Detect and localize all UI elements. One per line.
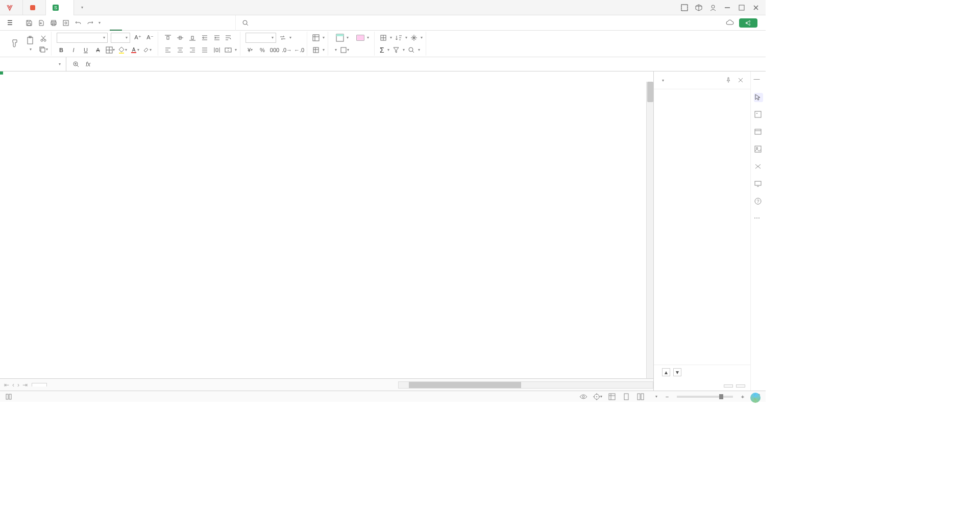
tab-tools[interactable] (195, 15, 208, 31)
cut-icon[interactable] (39, 34, 48, 43)
indent-icon[interactable] (212, 33, 222, 42)
merge-cells-button[interactable]: ▾ (225, 46, 237, 54)
maximize-button[interactable] (738, 4, 745, 11)
align-justify-icon[interactable] (200, 45, 209, 55)
increase-font-icon[interactable]: A⁺ (133, 33, 142, 42)
scrollbar-thumb[interactable] (647, 82, 653, 102)
undo-icon[interactable] (74, 19, 82, 27)
format-painter-button[interactable] (8, 39, 22, 49)
align-bottom-icon[interactable] (188, 33, 197, 42)
currency-icon[interactable]: ¥▾ (246, 45, 255, 55)
pin-icon[interactable] (724, 76, 733, 85)
cube-icon[interactable] (695, 4, 702, 11)
name-box[interactable]: ▾ (0, 57, 66, 71)
number-format-select[interactable]: ▾ (246, 33, 276, 43)
filter-button[interactable]: ▾ (393, 46, 405, 54)
print-preview-icon[interactable] (62, 19, 70, 27)
show-all-button[interactable] (724, 384, 733, 388)
window-panel-icon[interactable] (681, 4, 688, 11)
align-top-icon[interactable] (163, 33, 173, 42)
next-sheet-icon[interactable]: › (17, 381, 19, 389)
wrap-text-button[interactable] (225, 34, 233, 41)
horizontal-scrollbar[interactable] (398, 381, 653, 389)
tab-wps-office[interactable] (0, 0, 23, 15)
save-icon[interactable] (25, 19, 33, 27)
row-col-button[interactable]: ▾ (312, 34, 325, 41)
table-style-button[interactable]: ▾ (333, 33, 351, 42)
tab-templates[interactable] (23, 0, 46, 15)
print-icon[interactable] (50, 19, 58, 27)
eye-icon[interactable] (579, 392, 588, 401)
tab-start[interactable] (110, 15, 122, 31)
comma-icon[interactable]: 000 (270, 45, 279, 55)
cond-format-button[interactable]: ▾ (333, 47, 337, 52)
sheet-tab-sheet1[interactable] (32, 383, 47, 387)
align-center-icon[interactable] (176, 45, 185, 55)
file-menu[interactable]: ☰ (4, 19, 19, 27)
align-right-icon[interactable] (188, 45, 197, 55)
close-button[interactable] (752, 4, 760, 11)
decrease-font-icon[interactable]: A⁻ (145, 33, 155, 42)
cloud-icon[interactable] (726, 19, 734, 27)
vertical-scrollbar[interactable] (646, 82, 653, 378)
properties-icon[interactable] (754, 110, 763, 119)
border-icon[interactable]: ▾ (106, 45, 115, 55)
status-mode-icon[interactable] (4, 392, 13, 401)
zoom-out-icon[interactable]: − (663, 392, 672, 401)
export-icon[interactable] (37, 19, 45, 27)
format-as-table-icon[interactable]: ▾ (340, 45, 349, 55)
align-left-icon[interactable] (163, 45, 173, 55)
font-family-select[interactable]: ▾ (57, 33, 108, 43)
view-page-icon[interactable] (622, 392, 631, 401)
find-button[interactable]: ▾ (408, 46, 420, 54)
first-sheet-icon[interactable]: ⇤ (4, 381, 9, 389)
formula-input[interactable] (95, 60, 761, 68)
help-icon[interactable]: ? (754, 197, 763, 206)
share-button[interactable] (739, 18, 757, 28)
hide-all-button[interactable] (736, 384, 745, 388)
tab-member[interactable] (208, 15, 220, 31)
decrease-decimal-icon[interactable]: ←.0 (295, 45, 304, 55)
settings-icon[interactable] (754, 162, 763, 172)
fill-handle[interactable] (0, 71, 3, 75)
screen-icon[interactable] (754, 180, 763, 189)
fx-icon[interactable]: fx (86, 61, 90, 68)
collapse-panel-icon[interactable]: — (754, 76, 763, 85)
copy-icon[interactable]: ▾ (39, 45, 48, 54)
tab-data[interactable] (159, 15, 171, 31)
percent-icon[interactable]: % (258, 45, 267, 55)
bring-forward-icon[interactable]: ▴ (662, 368, 670, 376)
convert-button[interactable]: ▾ (279, 34, 291, 41)
tab-review[interactable] (171, 15, 183, 31)
clear-format-icon[interactable]: ▾ (142, 45, 152, 55)
minimize-button[interactable] (724, 4, 731, 11)
search-icon[interactable] (235, 15, 255, 31)
tab-page[interactable] (134, 15, 146, 31)
distribute-icon[interactable] (212, 45, 222, 55)
paste-button[interactable]: ▾ (23, 36, 38, 52)
zoom-in-icon[interactable]: + (738, 392, 747, 401)
redo-icon[interactable] (86, 19, 94, 27)
more-icon[interactable]: ⋯ (754, 214, 763, 224)
tab-formula[interactable] (146, 15, 159, 31)
font-color-icon[interactable]: A▾ (130, 45, 139, 55)
tab-insert[interactable] (122, 15, 134, 31)
tab-workbook1[interactable]: S (46, 0, 74, 15)
close-icon[interactable] (736, 76, 745, 85)
image-icon[interactable] (754, 145, 763, 154)
zoom-slider[interactable] (677, 396, 733, 398)
target-icon[interactable]: ▾ (593, 392, 602, 401)
fill-button[interactable]: ▾ (380, 34, 392, 41)
bold-icon[interactable]: B (57, 45, 66, 55)
tab-view[interactable] (183, 15, 195, 31)
fullscreen-icon[interactable] (752, 392, 762, 401)
increase-decimal-icon[interactable]: .0→ (282, 45, 291, 55)
strikethrough-icon[interactable]: A (93, 45, 103, 55)
chevron-down-icon[interactable]: ▾ (662, 78, 664, 83)
prev-sheet-icon[interactable]: ‹ (12, 381, 14, 389)
font-size-select[interactable]: ▾ (111, 33, 130, 43)
view-break-icon[interactable] (636, 392, 645, 401)
underline-icon[interactable]: U (81, 45, 90, 55)
layers-icon[interactable] (754, 128, 763, 137)
last-sheet-icon[interactable]: ⇥ (22, 381, 28, 389)
